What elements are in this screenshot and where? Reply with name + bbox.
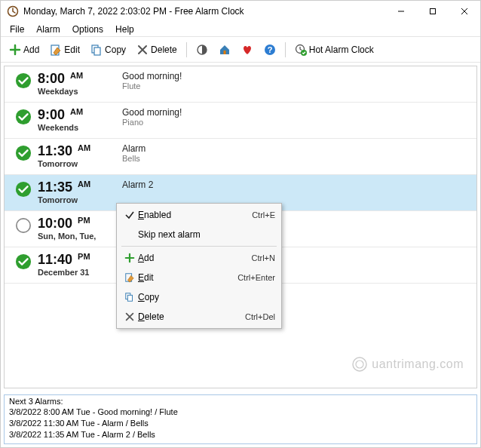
context-copy-item[interactable]: Copy (118, 287, 280, 307)
context-edit-label: Edit (138, 272, 237, 283)
alarm-label-cell: Alarm 2 (119, 180, 470, 190)
plus-icon (121, 253, 138, 263)
context-enabled-item[interactable]: Enabled Ctrl+E (118, 205, 280, 225)
delete-x-icon (121, 311, 138, 322)
svg-point-16 (16, 254, 31, 269)
svg-rect-6 (223, 51, 225, 54)
copy-icon (121, 292, 138, 302)
delete-x-icon (136, 44, 149, 56)
copy-icon (90, 44, 103, 56)
context-add-item[interactable]: Add Ctrl+N (118, 248, 280, 268)
alarm-title: Alarm 2 (122, 180, 470, 190)
window-title: Monday, March 7, 2022 2:03:02 PM - Free … (23, 6, 385, 17)
toolbar-separator (285, 42, 286, 57)
alarm-days: December 31 (38, 268, 119, 277)
alarm-time: 11:30 AM (38, 143, 119, 159)
menubar: File Alarm Options Help (1, 22, 480, 37)
checkmark-icon (121, 210, 138, 220)
alarm-time-cell: 9:00 AMWeekends (36, 107, 119, 132)
toolbar-edit-label: Edit (64, 44, 80, 55)
clock-check-icon (295, 44, 307, 56)
alarm-days: Tomorrow (38, 195, 119, 204)
alarm-days: Sun, Mon, Tue, (38, 232, 119, 241)
context-copy-label: Copy (138, 292, 275, 302)
alarm-label-cell: Good morning!Piano (119, 107, 470, 127)
alarm-title: Good morning! (122, 107, 470, 118)
toolbar-copy-label: Copy (105, 44, 126, 55)
context-add-label: Add (138, 253, 252, 263)
alarm-time-cell: 8:00 AMWeekdays (36, 71, 119, 96)
alarm-label-cell: AlarmBells (119, 143, 470, 163)
svg-point-18 (356, 361, 363, 368)
context-skip-item[interactable]: Skip next alarm (118, 225, 280, 244)
alarm-time: 11:40 PM (38, 252, 119, 268)
alarm-row[interactable]: 11:30 AMTomorrowAlarmBells (5, 139, 476, 175)
minimize-button[interactable] (385, 1, 417, 22)
toolbar-contrast-button[interactable] (192, 41, 212, 58)
alarm-status-icon[interactable] (11, 143, 36, 161)
svg-rect-21 (127, 295, 132, 301)
toolbar-hot-label: Hot Alarm Clock (309, 44, 374, 55)
toolbar-edit-button[interactable]: Edit (46, 41, 84, 58)
toolbar: Add Edit Copy Delete ? Hot Alar (1, 37, 480, 63)
toolbar-favorite-button[interactable] (237, 41, 257, 58)
menu-file[interactable]: File (4, 23, 30, 36)
svg-point-15 (17, 219, 30, 232)
toolbar-help-button[interactable]: ? (260, 41, 280, 58)
toolbar-add-button[interactable]: Add (5, 41, 43, 58)
alarm-time-cell: 11:40 PMDecember 31 (36, 252, 119, 277)
svg-point-13 (16, 146, 31, 161)
svg-point-11 (16, 73, 31, 88)
alarm-time: 9:00 AM (38, 107, 119, 123)
close-button[interactable] (449, 1, 480, 22)
status-line: 3/8/2022 8:00 AM Tue - Good morning! / F… (9, 407, 472, 418)
svg-point-14 (16, 182, 31, 197)
alarm-label-cell: Good morning!Flute (119, 71, 470, 91)
alarm-row[interactable]: 8:00 AMWeekdaysGood morning!Flute (5, 66, 476, 103)
menu-alarm[interactable]: Alarm (30, 23, 66, 36)
toolbar-hot-button[interactable]: Hot Alarm Clock (291, 41, 378, 58)
svg-rect-4 (94, 48, 100, 55)
toolbar-copy-button[interactable]: Copy (87, 41, 130, 58)
toolbar-home-button[interactable] (215, 41, 234, 58)
status-line: 3/8/2022 11:30 AM Tue - Alarm / Bells (9, 418, 472, 429)
context-delete-item[interactable]: Delete Ctrl+Del (118, 307, 280, 327)
alarm-sound: Piano (122, 118, 470, 127)
toolbar-delete-label: Delete (151, 44, 177, 55)
svg-text:?: ? (267, 45, 272, 54)
status-header: Next 3 Alarms: (9, 397, 472, 406)
context-edit-shortcut: Ctrl+Enter (237, 273, 275, 282)
alarm-status-icon[interactable] (11, 180, 36, 198)
window-controls (385, 1, 480, 22)
alarm-time: 8:00 AM (38, 71, 119, 87)
menu-options[interactable]: Options (66, 23, 109, 36)
context-enabled-label: Enabled (138, 210, 252, 220)
context-add-shortcut: Ctrl+N (252, 253, 275, 262)
alarm-time-cell: 11:35 AMTomorrow (36, 180, 119, 204)
alarm-row[interactable]: 9:00 AMWeekendsGood morning!Piano (5, 103, 476, 139)
titlebar: Monday, March 7, 2022 2:03:02 PM - Free … (1, 1, 480, 22)
maximize-button[interactable] (417, 1, 449, 22)
pencil-icon (50, 44, 62, 56)
home-icon (219, 44, 231, 56)
svg-point-17 (353, 357, 366, 371)
alarm-sound: Flute (122, 81, 470, 91)
context-delete-label: Delete (138, 311, 245, 322)
alarm-status-icon[interactable] (11, 252, 36, 270)
alarm-title: Good morning! (122, 71, 470, 81)
alarm-days: Tomorrow (38, 159, 119, 168)
pencil-icon (121, 272, 138, 283)
alarm-status-icon[interactable] (11, 216, 36, 234)
alarm-title: Alarm (122, 143, 470, 154)
alarm-status-icon[interactable] (11, 71, 36, 89)
svg-rect-1 (430, 9, 436, 14)
heart-icon (241, 44, 253, 56)
alarm-days: Weekdays (38, 87, 119, 96)
toolbar-delete-button[interactable]: Delete (133, 41, 181, 58)
alarm-status-icon[interactable] (11, 107, 36, 125)
context-edit-item[interactable]: Edit Ctrl+Enter (118, 268, 280, 287)
context-separator (121, 246, 277, 247)
watermark-text: uantrimang.com (372, 357, 464, 371)
menu-help[interactable]: Help (109, 23, 140, 36)
alarm-time-cell: 10:00 PMSun, Mon, Tue, (36, 216, 119, 241)
